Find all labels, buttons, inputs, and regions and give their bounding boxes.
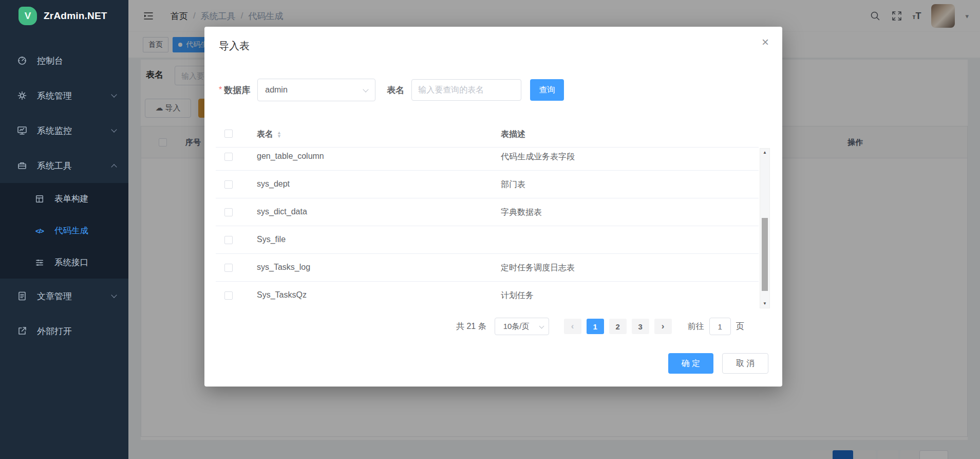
app-root: V ZrAdmin.NET 控制台 系统管理 系统监控 bbox=[0, 0, 980, 459]
table-desc-cell: 字典数据表 bbox=[501, 207, 542, 218]
table-name-input[interactable] bbox=[411, 79, 521, 101]
document-icon bbox=[15, 291, 29, 301]
logo-icon: V bbox=[18, 7, 37, 25]
sidebar-item-code-generation[interactable]: </> 代码生成 bbox=[0, 215, 128, 247]
pagination-page-1[interactable]: 1 bbox=[587, 319, 604, 334]
table-row[interactable]: gen_table_column 代码生成业务表字段 bbox=[216, 148, 759, 171]
table-name-cell: sys_dept bbox=[257, 179, 290, 189]
chevron-down-icon bbox=[539, 324, 544, 329]
sidebar-item-article-management[interactable]: 文章管理 bbox=[0, 279, 128, 314]
pagination-page-2[interactable]: 2 bbox=[609, 319, 627, 334]
scrollbar[interactable]: ▲ ▼ bbox=[760, 148, 770, 308]
sort-caret-icon[interactable]: ▲▼ bbox=[277, 131, 281, 138]
database-select-value: admin bbox=[265, 85, 288, 95]
row-checkbox[interactable] bbox=[224, 153, 233, 161]
toolbox-icon bbox=[15, 160, 29, 171]
row-checkbox[interactable] bbox=[224, 208, 233, 216]
cancel-button[interactable]: 取 消 bbox=[722, 353, 768, 374]
page-size-value: 10条/页 bbox=[503, 322, 530, 332]
database-label: 数据库 bbox=[224, 84, 250, 96]
dialog-pagination: 共 21 条 10条/页 ‹ 1 2 3 › 前往 页 bbox=[456, 318, 744, 335]
table-desc-cell: 代码生成业务表字段 bbox=[501, 152, 575, 162]
sidebar-item-label: 系统接口 bbox=[54, 257, 88, 268]
sidebar-item-label: 系统管理 bbox=[37, 90, 72, 102]
table-row[interactable]: Sys_TasksQz 计划任务 bbox=[216, 282, 759, 309]
dialog-table-body: gen_table_column 代码生成业务表字段 sys_dept 部门表 … bbox=[216, 148, 759, 309]
table-row[interactable]: Sys_file bbox=[216, 226, 759, 254]
sidebar-item-label: 系统工具 bbox=[37, 160, 72, 172]
code-icon: </> bbox=[33, 227, 46, 235]
sidebar-item-label: 系统监控 bbox=[37, 125, 72, 137]
monitor-icon bbox=[15, 125, 29, 136]
app-title: ZrAdmin.NET bbox=[44, 10, 107, 22]
goto-label: 前往 bbox=[688, 321, 704, 332]
table-name-label: 表名 bbox=[387, 84, 404, 96]
chevron-down-icon bbox=[111, 292, 117, 298]
sidebar-submenu-system-tools: 表单构建 </> 代码生成 系统接口 bbox=[0, 183, 128, 279]
pagination-prev-button[interactable]: ‹ bbox=[564, 319, 581, 334]
close-icon[interactable]: × bbox=[762, 36, 769, 48]
import-table-dialog: 导入表 × * 数据库 admin 表名 查询 表名 ▲▼ 表描述 bbox=[204, 27, 782, 387]
sidebar-item-system-management[interactable]: 系统管理 bbox=[0, 78, 128, 113]
sidebar-item-label: 控制台 bbox=[37, 55, 63, 67]
sidebar-item-dashboard[interactable]: 控制台 bbox=[0, 43, 128, 78]
dialog-filter-form: * 数据库 admin 表名 查询 bbox=[219, 79, 564, 101]
table-desc-cell: 定时任务调度日志表 bbox=[501, 263, 575, 273]
confirm-button[interactable]: 确 定 bbox=[668, 353, 713, 374]
sidebar-item-system-api[interactable]: 系统接口 bbox=[0, 247, 128, 279]
sidebar-item-label: 外部打开 bbox=[37, 325, 72, 337]
row-checkbox[interactable] bbox=[224, 291, 233, 300]
name-column-header-label: 表名 bbox=[257, 129, 273, 140]
logo: V ZrAdmin.NET bbox=[0, 0, 128, 32]
sidebar-item-external-open[interactable]: 外部打开 bbox=[0, 314, 128, 348]
sidebar-item-system-tools[interactable]: 系统工具 bbox=[0, 148, 128, 183]
chevron-up-icon bbox=[111, 164, 117, 170]
desc-column-header: 表描述 bbox=[501, 129, 525, 140]
database-select[interactable]: admin bbox=[257, 79, 375, 101]
sidebar-item-label: 代码生成 bbox=[54, 225, 88, 236]
sidebar-menu: 控制台 系统管理 系统监控 系统工具 bbox=[0, 43, 128, 348]
dashboard-icon bbox=[15, 56, 29, 66]
chevron-down-icon bbox=[111, 91, 117, 97]
dialog-table-header: 表名 ▲▼ 表描述 bbox=[216, 123, 759, 148]
table-name-cell: Sys_file bbox=[257, 235, 286, 244]
goto-unit-label: 页 bbox=[736, 321, 744, 332]
table-name-cell: sys_Tasks_log bbox=[257, 263, 310, 272]
sidebar-item-system-monitor[interactable]: 系统监控 bbox=[0, 113, 128, 148]
table-name-cell: Sys_TasksQz bbox=[257, 290, 307, 300]
search-button[interactable]: 查询 bbox=[530, 79, 564, 101]
row-checkbox[interactable] bbox=[224, 236, 233, 244]
table-row[interactable]: sys_dept 部门表 bbox=[216, 171, 759, 198]
chevron-down-icon bbox=[111, 126, 117, 132]
table-desc-cell: 部门表 bbox=[501, 179, 525, 190]
table-row[interactable]: sys_dict_data 字典数据表 bbox=[216, 198, 759, 226]
gear-icon bbox=[15, 90, 29, 101]
goto-page-input[interactable] bbox=[709, 318, 731, 335]
pagination-next-button[interactable]: › bbox=[654, 319, 672, 334]
dialog-table-rows: gen_table_column 代码生成业务表字段 sys_dept 部门表 … bbox=[216, 148, 759, 309]
scroll-down-icon[interactable]: ▼ bbox=[760, 300, 769, 307]
table-row[interactable]: sys_Tasks_log 定时任务调度日志表 bbox=[216, 254, 759, 282]
table-desc-cell: 计划任务 bbox=[501, 290, 534, 301]
pagination-page-3[interactable]: 3 bbox=[632, 319, 649, 334]
row-checkbox[interactable] bbox=[224, 180, 233, 189]
scroll-up-icon[interactable]: ▲ bbox=[760, 149, 769, 156]
row-checkbox[interactable] bbox=[224, 264, 233, 272]
select-all-checkbox[interactable] bbox=[224, 130, 233, 138]
dialog-title: 导入表 bbox=[219, 39, 250, 53]
main-area: 首页 / 系统工具 / 代码生成 тT ▾ 首页 bbox=[128, 0, 980, 459]
sliders-icon bbox=[33, 258, 46, 267]
sidebar-item-label: 文章管理 bbox=[37, 290, 72, 302]
sidebar: V ZrAdmin.NET 控制台 系统管理 系统监控 bbox=[0, 0, 128, 459]
page-size-select[interactable]: 10条/页 bbox=[495, 318, 549, 335]
form-grid-icon bbox=[33, 194, 46, 204]
name-column-header[interactable]: 表名 ▲▼ bbox=[257, 129, 281, 140]
scrollbar-thumb[interactable] bbox=[762, 218, 768, 291]
dialog-footer: 确 定 取 消 bbox=[668, 353, 768, 374]
external-link-icon bbox=[15, 326, 29, 336]
required-asterisk: * bbox=[219, 85, 222, 95]
sidebar-item-form-builder[interactable]: 表单构建 bbox=[0, 183, 128, 215]
sidebar-item-label: 表单构建 bbox=[54, 193, 88, 205]
pagination-total: 共 21 条 bbox=[456, 321, 486, 332]
table-name-cell: sys_dict_data bbox=[257, 207, 307, 216]
